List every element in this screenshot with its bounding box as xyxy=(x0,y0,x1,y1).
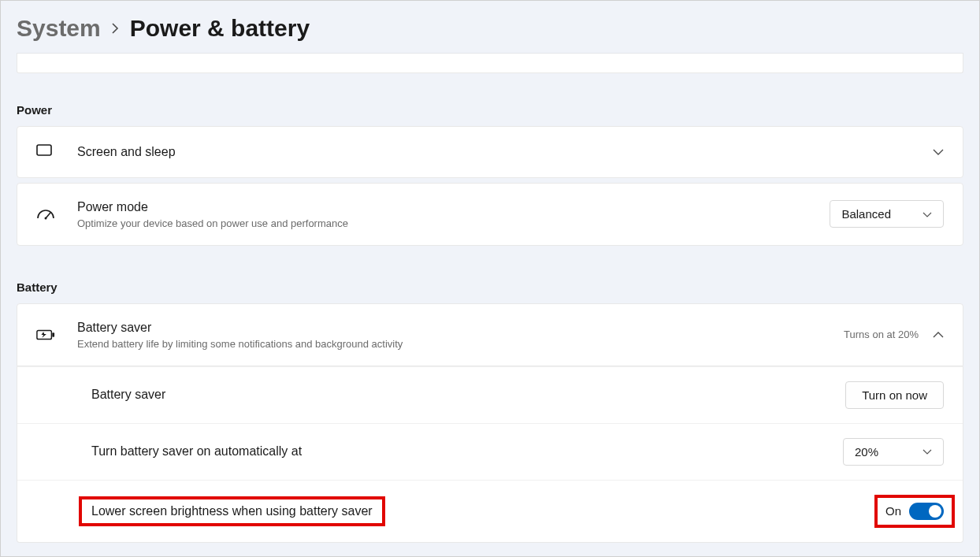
chevron-down-icon xyxy=(922,210,932,219)
battery-saver-action-row: Battery saver Turn on now xyxy=(17,366,963,423)
chevron-down-icon xyxy=(922,447,932,456)
auto-on-value: 20% xyxy=(855,445,878,459)
screen-sleep-icon xyxy=(36,143,55,162)
highlight-annotation: Lower screen brightness when using batte… xyxy=(79,496,385,526)
power-mode-title: Power mode xyxy=(77,199,830,216)
chevron-down-icon xyxy=(933,147,944,158)
breadcrumb-current: Power & battery xyxy=(130,15,310,42)
screen-and-sleep-title: Screen and sleep xyxy=(77,144,933,161)
chevron-up-icon xyxy=(933,329,944,340)
brightness-toggle-state: On xyxy=(885,504,901,518)
section-header-battery: Battery xyxy=(1,251,979,303)
section-header-power: Power xyxy=(1,73,979,126)
battery-saver-status: Turns on at 20% xyxy=(844,329,919,340)
auto-on-row: Turn battery saver on automatically at 2… xyxy=(17,423,963,480)
battery-saver-subtitle: Extend battery life by limiting some not… xyxy=(77,338,844,350)
power-mode-icon xyxy=(36,205,55,224)
divider xyxy=(17,53,963,73)
power-mode-subtitle: Optimize your device based on power use … xyxy=(77,217,830,229)
brightness-label: Lower screen brightness when using batte… xyxy=(91,504,373,518)
highlight-annotation: On xyxy=(874,495,955,528)
power-mode-dropdown[interactable]: Balanced xyxy=(830,200,944,228)
power-mode-row[interactable]: Power mode Optimize your device based on… xyxy=(17,183,963,246)
battery-saver-title: Battery saver xyxy=(77,320,844,336)
battery-saver-row[interactable]: Battery saver Extend battery life by lim… xyxy=(17,303,963,366)
svg-rect-4 xyxy=(52,332,54,337)
battery-saver-icon xyxy=(36,325,55,344)
battery-saver-label: Battery saver xyxy=(91,388,845,402)
brightness-toggle[interactable] xyxy=(909,503,944,520)
power-mode-value: Balanced xyxy=(841,207,891,221)
svg-line-2 xyxy=(46,213,50,218)
breadcrumb: System Power & battery xyxy=(1,1,979,53)
screen-and-sleep-row[interactable]: Screen and sleep xyxy=(17,126,963,178)
turn-on-now-button[interactable]: Turn on now xyxy=(845,381,944,409)
breadcrumb-parent[interactable]: System xyxy=(17,15,101,42)
auto-on-label: Turn battery saver on automatically at xyxy=(91,444,843,459)
brightness-row: Lower screen brightness when using batte… xyxy=(17,480,963,542)
toggle-knob xyxy=(929,505,941,518)
battery-saver-panel: Battery saver Turn on now Turn battery s… xyxy=(17,366,963,543)
chevron-right-icon xyxy=(112,22,119,38)
svg-rect-0 xyxy=(37,145,51,155)
auto-on-dropdown[interactable]: 20% xyxy=(843,438,944,466)
